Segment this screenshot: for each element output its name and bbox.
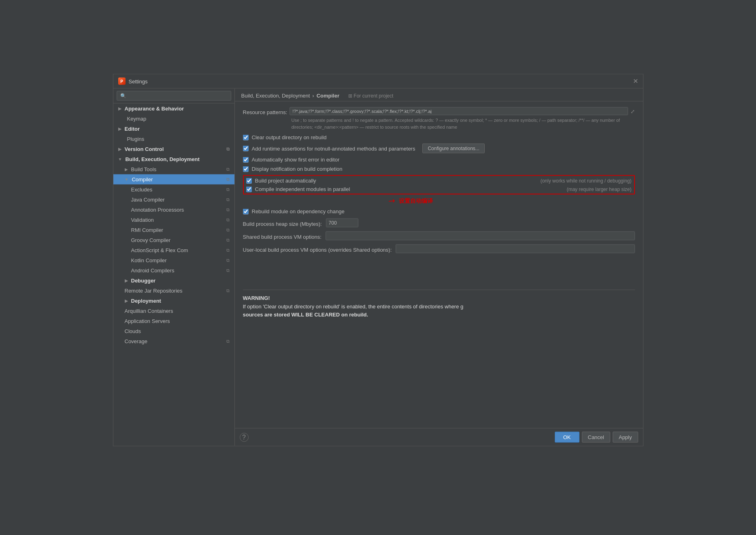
sidebar-item-debugger[interactable]: ▶ Debugger <box>113 276 234 286</box>
copy-icon: ⧉ <box>226 248 230 253</box>
sidebar-item-deployment[interactable]: ▶ Deployment <box>113 296 234 306</box>
user-local-vm-input[interactable] <box>396 244 635 253</box>
auto-show-error-label: Automatically show first error in editor <box>252 157 340 163</box>
sidebar-item-arquillian[interactable]: Arquillian Containers <box>113 306 234 316</box>
copy-icon: ⧉ <box>226 217 230 223</box>
copy-icon: ⧉ <box>226 146 230 152</box>
sidebar-item-label: Android Compilers <box>131 268 175 274</box>
compile-parallel-note: (may require larger heap size) <box>558 186 631 192</box>
sidebar-item-validation[interactable]: Validation ⧉ <box>113 215 234 225</box>
resource-patterns-row: Resource patterns: ⤢ <box>243 107 635 115</box>
sidebar-item-rmi-compiler[interactable]: RMI Compiler ⧉ <box>113 225 234 235</box>
compile-parallel-checkbox[interactable] <box>246 186 252 192</box>
sidebar-item-label: Java Compiler <box>131 197 165 203</box>
expand-arrow: ▶ <box>118 147 121 151</box>
sidebar-item-label: Clouds <box>125 328 141 334</box>
resource-patterns-section: Resource patterns: ⤢ Use ; to separate p… <box>243 107 635 130</box>
sidebar-item-build-tools[interactable]: ▶ Build Tools ⧉ <box>113 164 234 174</box>
sidebar-item-label: Coverage <box>125 338 147 344</box>
sidebar-item-annotation-processors[interactable]: Annotation Processors ⧉ <box>113 205 234 215</box>
clear-output-label: Clear output directory on rebuild <box>252 134 327 140</box>
sidebar-item-plugins[interactable]: Plugins <box>113 134 234 144</box>
sidebar-item-actionscript-flex[interactable]: ActionScript & Flex Com ⧉ <box>113 245 234 255</box>
clear-output-row: Clear output directory on rebuild <box>243 134 635 140</box>
sidebar-item-remote-jar[interactable]: Remote Jar Repositories ⧉ <box>113 286 234 296</box>
build-auto-checkbox[interactable] <box>246 178 252 183</box>
app-logo: P <box>118 78 126 85</box>
sidebar-item-label: Application Servers <box>125 318 170 324</box>
shared-vm-label: Shared build process VM options: <box>243 232 322 240</box>
build-auto-row: Build project automatically (only works … <box>246 178 632 184</box>
build-auto-note: (only works while not running / debuggin… <box>532 178 632 183</box>
copy-icon: ⧉ <box>226 238 230 243</box>
title-bar: P Settings ✕ <box>113 74 643 89</box>
main-panel: Build, Execution, Deployment › Compiler … <box>235 89 643 446</box>
window-title: Settings <box>129 78 148 84</box>
shared-vm-input[interactable] <box>326 231 635 240</box>
shared-vm-row: Shared build process VM options: <box>243 231 635 240</box>
expand-resource-icon[interactable]: ⤢ <box>630 108 635 114</box>
main-content-area: ▶ Appearance & Behavior Keymap ▶ Editor … <box>113 89 643 446</box>
sidebar-item-clouds[interactable]: Clouds <box>113 326 234 336</box>
title-bar-left: P Settings <box>118 78 148 85</box>
copy-icon: ⧉ <box>226 339 230 344</box>
compiler-settings-content: Resource patterns: ⤢ Use ; to separate p… <box>235 102 643 446</box>
add-runtime-checkbox[interactable] <box>243 146 249 151</box>
copy-icon: ⧉ <box>226 177 230 182</box>
sidebar-item-keymap[interactable]: Keymap <box>113 114 234 124</box>
resource-patterns-input[interactable] <box>290 107 628 115</box>
compile-parallel-label: Compile independent modules in parallel <box>255 186 350 192</box>
apply-button[interactable]: Apply <box>613 432 638 443</box>
sidebar-item-coverage[interactable]: Coverage ⧉ <box>113 336 234 346</box>
sidebar-item-label: ActionScript & Flex Com <box>131 247 188 253</box>
breadcrumb-parent: Build, Execution, Deployment <box>241 93 310 99</box>
sidebar-item-label: Build Tools <box>131 166 157 172</box>
configure-annotations-button[interactable]: Configure annotations... <box>422 144 484 153</box>
resource-hint: Use ; to separate patterns and ! to nega… <box>292 117 635 130</box>
bottom-bar: ? OK Cancel Apply <box>235 428 643 446</box>
close-button[interactable]: ✕ <box>633 78 638 85</box>
expand-arrow: ▶ <box>125 278 128 283</box>
sidebar-item-kotlin-compiler[interactable]: Kotlin Compiler ⧉ <box>113 255 234 265</box>
sidebar-item-appearance-behavior[interactable]: ▶ Appearance & Behavior <box>113 104 234 114</box>
sidebar-item-label: Appearance & Behavior <box>125 106 184 112</box>
expand-arrow: ▼ <box>118 157 122 161</box>
user-local-vm-label: User-local build process VM options (ove… <box>243 245 392 253</box>
heap-input[interactable] <box>326 219 358 227</box>
help-button[interactable]: ? <box>240 433 249 442</box>
display-notification-row: Display notification on build completion <box>243 166 635 172</box>
sidebar-item-excludes[interactable]: Excludes ⧉ <box>113 185 234 195</box>
sidebar-item-label: Compiler <box>132 176 153 183</box>
sidebar-item-editor[interactable]: ▶ Editor <box>113 124 234 134</box>
ok-button[interactable]: OK <box>555 432 579 443</box>
sidebar-item-android-compilers[interactable]: Android Compilers ⧉ <box>113 265 234 276</box>
sidebar-item-label: Deployment <box>131 298 161 304</box>
sidebar-item-label: Debugger <box>131 278 156 284</box>
expand-arrow: ▶ <box>125 299 128 303</box>
display-notification-checkbox[interactable] <box>243 166 249 172</box>
sidebar-item-java-compiler[interactable]: Java Compiler ⧉ <box>113 195 234 205</box>
sidebar-item-build-exec-deploy[interactable]: ▼ Build, Execution, Deployment <box>113 154 234 164</box>
search-input[interactable] <box>117 91 231 101</box>
breadcrumb-current: Compiler <box>317 93 339 99</box>
spacer-block <box>243 257 635 290</box>
warning-text-1: If option 'Clear output directory on reb… <box>243 304 464 310</box>
sidebar-item-label: Groovy Compiler <box>131 237 171 243</box>
sidebar-item-label: Version Control <box>125 146 164 152</box>
clear-output-checkbox[interactable] <box>243 134 249 140</box>
rebuild-dependency-checkbox[interactable] <box>243 208 249 214</box>
add-runtime-row: Add runtime assertions for notnull-annot… <box>243 144 635 153</box>
breadcrumb: Build, Execution, Deployment › Compiler … <box>241 93 637 99</box>
red-arrow-icon: ↗ <box>386 195 398 207</box>
sidebar-item-application-servers[interactable]: Application Servers <box>113 316 234 326</box>
dialog-buttons: OK Cancel Apply <box>555 432 638 443</box>
sidebar-item-version-control[interactable]: ▶ Version Control ⧉ <box>113 144 234 154</box>
sidebar-item-label: Plugins <box>127 136 145 142</box>
sidebar-item-compiler[interactable]: ▼ Compiler ⧉ <box>113 174 234 185</box>
sidebar-item-label: Kotlin Compiler <box>131 257 167 263</box>
rebuild-dependency-row: Rebuild module on dependency change <box>243 208 635 214</box>
cancel-button[interactable]: Cancel <box>582 432 610 443</box>
copy-icon: ⧉ <box>226 207 230 212</box>
auto-show-error-checkbox[interactable] <box>243 157 249 162</box>
sidebar-item-groovy-compiler[interactable]: Groovy Compiler ⧉ <box>113 235 234 245</box>
